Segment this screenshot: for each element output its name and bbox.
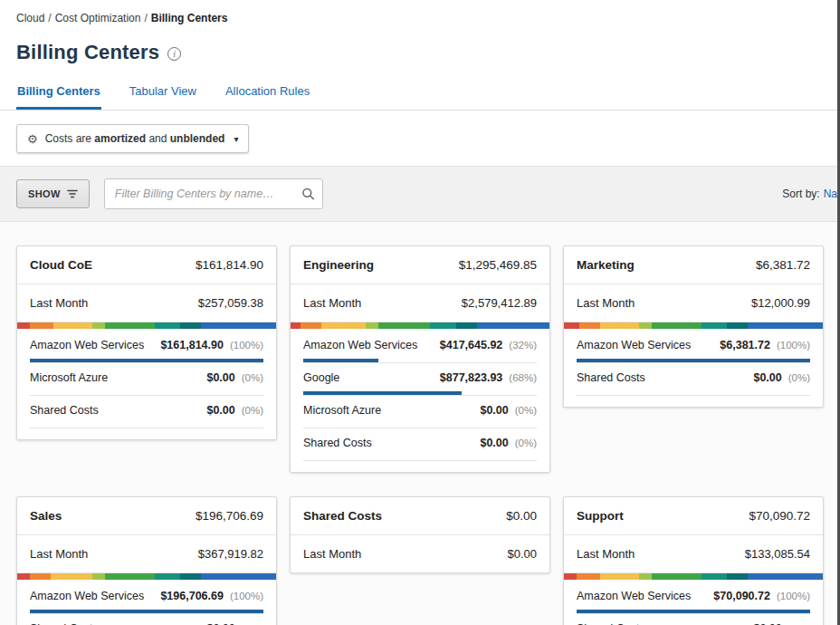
provider-usage-fill xyxy=(303,359,378,362)
breadcrumb-separator: / xyxy=(144,12,147,24)
bar-segment xyxy=(366,322,378,329)
last-month-label: Last Month xyxy=(577,296,635,310)
provider-list: Amazon Web Services$417,645.92(32%)Googl… xyxy=(291,329,549,472)
bar-segment xyxy=(600,573,639,580)
tab-allocation-rules[interactable]: Allocation Rules xyxy=(224,79,310,110)
last-month-label: Last Month xyxy=(303,547,361,561)
card-header: Sales $196,706.69 xyxy=(17,497,276,535)
bar-segment xyxy=(652,322,701,329)
cost-distribution-bar xyxy=(564,573,823,580)
breadcrumb-cloud[interactable]: Cloud xyxy=(16,12,44,24)
provider-amount: $0.00 xyxy=(480,437,508,449)
provider-row: Microsoft Azure$0.00(0%) xyxy=(291,396,549,428)
bar-segment xyxy=(378,322,430,329)
last-month-value: $12,000.99 xyxy=(751,296,810,310)
bar-segment xyxy=(30,573,51,580)
last-month-value: $133,085.54 xyxy=(745,547,810,561)
cost-distribution-bar xyxy=(564,322,823,329)
provider-usage-fill xyxy=(577,610,810,613)
provider-row: Google$877,823.93(68%) xyxy=(291,363,549,396)
costs-settings-row: ⚙ Costs are amortized and unblended ▾ xyxy=(0,111,840,166)
provider-list: Amazon Web Services$196,706.69(100%)Shar… xyxy=(17,580,276,625)
billing-center-card[interactable]: Marketing $6,381.72 Last Month $12,000.9… xyxy=(563,245,824,408)
card-title[interactable]: Marketing xyxy=(577,258,635,272)
billing-center-card[interactable]: Cloud CoE $161,814.90 Last Month $257,05… xyxy=(16,245,277,440)
provider-name: Shared Costs xyxy=(577,371,645,384)
provider-percent: (0%) xyxy=(788,372,810,383)
last-month-row: Last Month $133,085.54 xyxy=(564,535,823,573)
card-total: $6,381.72 xyxy=(756,258,810,272)
bar-segment xyxy=(201,322,276,329)
filter-input[interactable] xyxy=(104,178,323,209)
provider-name: Amazon Web Services xyxy=(303,339,417,351)
bar-segment xyxy=(748,573,823,580)
bar-segment xyxy=(748,322,823,329)
billing-center-card[interactable]: Sales $196,706.69 Last Month $367,919.82… xyxy=(16,496,277,625)
last-month-row: Last Month $12,000.99 xyxy=(564,284,823,322)
bar-segment xyxy=(564,322,579,329)
provider-usage-track xyxy=(303,457,537,461)
provider-name: Microsoft Azure xyxy=(303,404,381,417)
billing-center-card[interactable]: Engineering $1,295,469.85 Last Month $2,… xyxy=(290,245,550,473)
show-button-label: SHOW xyxy=(28,188,61,199)
provider-list: Amazon Web Services$161,814.90(100%)Micr… xyxy=(17,329,276,439)
provider-usage-fill xyxy=(30,359,263,362)
bar-segment xyxy=(105,322,154,329)
last-month-label: Last Month xyxy=(303,296,361,310)
bar-segment xyxy=(702,322,728,329)
provider-usage-fill xyxy=(577,359,810,362)
bar-segment xyxy=(92,573,105,580)
provider-percent: (0%) xyxy=(242,405,263,416)
provider-row: Amazon Web Services$161,814.90(100%) xyxy=(17,331,276,363)
billing-center-card[interactable]: Shared Costs $0.00 Last Month $0.00 xyxy=(290,496,550,573)
last-month-label: Last Month xyxy=(30,296,88,310)
provider-amount: $0.00 xyxy=(480,404,508,417)
tab-tabular-view[interactable]: Tabular View xyxy=(129,79,197,110)
bar-segment xyxy=(51,573,92,580)
bar-segment xyxy=(702,573,728,580)
provider-row: Shared Costs$0.00(0%) xyxy=(564,614,823,625)
card-title[interactable]: Shared Costs xyxy=(303,509,382,523)
costs-settings-button[interactable]: ⚙ Costs are amortized and unblended ▾ xyxy=(16,124,249,153)
bar-segment xyxy=(564,573,577,580)
tab-billing-centers[interactable]: Billing Centers xyxy=(16,79,101,110)
bar-segment xyxy=(577,573,600,580)
card-title[interactable]: Engineering xyxy=(303,258,374,272)
card-header: Engineering $1,295,469.85 xyxy=(291,246,549,284)
cost-distribution-bar xyxy=(291,322,549,329)
provider-name: Shared Costs xyxy=(303,437,372,449)
breadcrumb-cost-optimization[interactable]: Cost Optimization xyxy=(55,12,141,24)
billing-centers-page: Cloud/Cost Optimization/Billing Centers … xyxy=(0,0,840,625)
billing-center-card[interactable]: Support $70,090.72 Last Month $133,085.5… xyxy=(563,496,824,625)
provider-percent: (68%) xyxy=(509,372,537,383)
info-icon[interactable]: i xyxy=(167,47,181,61)
provider-usage-fill xyxy=(303,391,462,395)
bar-segment xyxy=(92,322,105,329)
provider-percent: (32%) xyxy=(509,340,537,351)
provider-usage-fill xyxy=(30,610,263,613)
card-header: Marketing $6,381.72 xyxy=(564,246,823,284)
provider-name: Amazon Web Services xyxy=(577,339,691,351)
bar-segment xyxy=(180,322,201,329)
sort-by-link[interactable]: Na xyxy=(824,188,837,200)
provider-name: Google xyxy=(303,371,339,384)
provider-percent: (100%) xyxy=(230,591,263,601)
bar-segment xyxy=(53,322,92,329)
last-month-row: Last Month $0.00 xyxy=(291,535,549,572)
bar-segment xyxy=(155,322,181,329)
card-title[interactable]: Support xyxy=(577,509,624,523)
show-filters-button[interactable]: SHOW xyxy=(16,179,90,208)
provider-amount: $877,823.93 xyxy=(440,371,503,384)
provider-amount: $0.00 xyxy=(206,371,234,384)
provider-row: Amazon Web Services$70,090.72(100%) xyxy=(564,582,823,614)
card-total: $70,090.72 xyxy=(749,509,810,523)
card-total: $1,295,469.85 xyxy=(459,258,537,272)
card-header: Support $70,090.72 xyxy=(564,497,823,535)
last-month-row: Last Month $257,059.38 xyxy=(17,284,276,322)
card-title[interactable]: Cloud CoE xyxy=(30,258,92,272)
provider-list: Amazon Web Services$70,090.72(100%)Share… xyxy=(564,580,823,625)
tab-bar: Billing Centers Tabular View Allocation … xyxy=(0,79,840,111)
last-month-label: Last Month xyxy=(30,547,88,561)
provider-percent: (0%) xyxy=(242,372,263,383)
card-title[interactable]: Sales xyxy=(30,509,62,523)
